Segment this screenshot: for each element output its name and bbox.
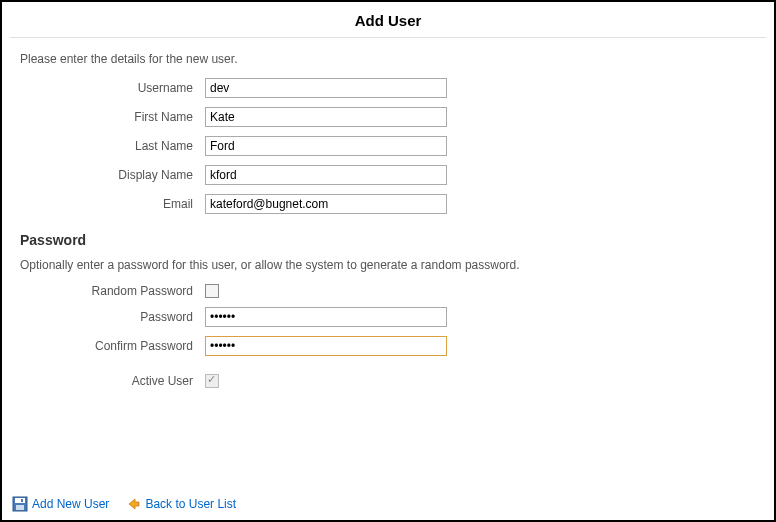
email-row: Email [20,194,756,214]
add-new-user-button[interactable]: Add New User [12,496,109,512]
lastname-row: Last Name [20,136,756,156]
activeuser-row: Active User [20,374,756,388]
confirmpassword-label: Confirm Password [20,339,205,353]
lastname-input[interactable] [205,136,447,156]
add-new-user-label: Add New User [32,497,109,511]
activeuser-label: Active User [20,374,205,388]
svg-rect-1 [15,498,25,503]
confirmpassword-row: Confirm Password [20,336,756,356]
form-instruction: Please enter the details for the new use… [20,52,756,66]
displayname-row: Display Name [20,165,756,185]
svg-rect-3 [21,499,23,502]
username-input[interactable] [205,78,447,98]
password-instruction: Optionally enter a password for this use… [20,258,756,272]
firstname-label: First Name [20,110,205,124]
randompassword-checkbox[interactable] [205,284,219,298]
firstname-row: First Name [20,107,756,127]
save-icon [12,496,28,512]
username-row: Username [20,78,756,98]
activeuser-checkbox [205,374,219,388]
svg-rect-2 [16,505,24,510]
displayname-label: Display Name [20,168,205,182]
password-row: Password [20,307,756,327]
email-label: Email [20,197,205,211]
firstname-input[interactable] [205,107,447,127]
page-header: Add User [10,2,766,38]
arrow-left-icon [125,496,141,512]
password-label: Password [20,310,205,324]
page-title: Add User [10,12,766,29]
password-input[interactable] [205,307,447,327]
randompassword-row: Random Password [20,284,756,298]
displayname-input[interactable] [205,165,447,185]
email-input[interactable] [205,194,447,214]
confirmpassword-input[interactable] [205,336,447,356]
lastname-label: Last Name [20,139,205,153]
password-section-title: Password [20,232,756,248]
username-label: Username [20,81,205,95]
back-to-user-list-label: Back to User List [145,497,236,511]
back-to-user-list-button[interactable]: Back to User List [125,496,236,512]
footer-actions: Add New User Back to User List [12,496,236,512]
content-area: Please enter the details for the new use… [2,38,774,388]
randompassword-label: Random Password [20,284,205,298]
